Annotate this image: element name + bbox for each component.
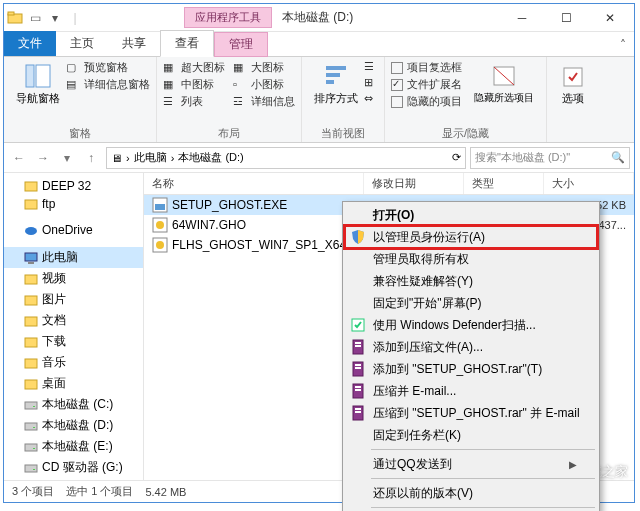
col-size[interactable]: 大小 bbox=[544, 173, 634, 194]
svg-point-36 bbox=[156, 241, 164, 249]
hide-selected-button[interactable]: 隐藏所选项目 bbox=[468, 59, 540, 110]
tree-item[interactable]: OneDrive bbox=[4, 221, 143, 239]
menu-item[interactable]: 添加到 "SETUP_GHOST.rar"(T) bbox=[345, 358, 597, 380]
tree-item[interactable]: 下载 bbox=[4, 331, 143, 352]
menu-item-label: 压缩并 E-mail... bbox=[373, 383, 456, 400]
menu-item[interactable]: 通过QQ发送到▶ bbox=[345, 453, 597, 475]
layout-details[interactable]: ☲详细信息 bbox=[233, 93, 295, 110]
menu-item-label: 固定到"开始"屏幕(P) bbox=[373, 295, 482, 312]
nav-tree[interactable]: DEEP 32ftpOneDrive此电脑视频图片文档下载音乐桌面本地磁盘 (C… bbox=[4, 173, 144, 480]
menu-item[interactable]: 管理员取得所有权 bbox=[345, 248, 597, 270]
tree-item[interactable]: DEEP 32 bbox=[4, 177, 143, 195]
tree-item[interactable]: ftp bbox=[4, 195, 143, 213]
ribbon-tab-view[interactable]: 查看 bbox=[160, 30, 214, 57]
svg-rect-13 bbox=[25, 253, 37, 261]
svg-rect-19 bbox=[25, 359, 37, 368]
svg-rect-42 bbox=[355, 364, 361, 366]
menu-item[interactable]: 兼容性疑难解答(Y) bbox=[345, 270, 597, 292]
ribbon-collapse-icon[interactable]: ˄ bbox=[612, 34, 634, 56]
svg-rect-4 bbox=[326, 66, 346, 70]
tree-item[interactable]: 本地磁盘 (D:) bbox=[4, 415, 143, 436]
menu-item-label: 兼容性疑难解答(Y) bbox=[373, 273, 473, 290]
file-extensions[interactable]: 文件扩展名 bbox=[391, 76, 462, 93]
layout-large-icons[interactable]: ▦大图标 bbox=[233, 59, 295, 76]
svg-rect-27 bbox=[25, 465, 37, 472]
search-input[interactable]: 搜索"本地磁盘 (D:)" 🔍 bbox=[470, 147, 630, 169]
tree-item[interactable]: 图片 bbox=[4, 289, 143, 310]
col-type[interactable]: 类型 bbox=[464, 173, 544, 194]
layout-medium-icons[interactable]: ▦中图标 bbox=[163, 76, 225, 93]
ribbon-file[interactable]: 文件 bbox=[4, 31, 56, 56]
rar-icon bbox=[349, 338, 367, 356]
layout-xl-icons[interactable]: ▦超大图标 bbox=[163, 59, 225, 76]
tree-item[interactable]: 桌面 bbox=[4, 373, 143, 394]
tree-item[interactable]: 本地磁盘 (C:) bbox=[4, 394, 143, 415]
group-by-button[interactable]: ☰ bbox=[364, 59, 378, 75]
menu-item[interactable]: 固定到"开始"屏幕(P) bbox=[345, 292, 597, 314]
sort-button[interactable]: 排序方式 bbox=[308, 59, 364, 107]
tree-item[interactable]: 音乐 bbox=[4, 352, 143, 373]
col-date[interactable]: 修改日期 bbox=[364, 173, 464, 194]
tree-item[interactable]: 文档 bbox=[4, 310, 143, 331]
ribbon-tab-manage[interactable]: 管理 bbox=[214, 32, 268, 57]
menu-item[interactable]: 以管理员身份运行(A) bbox=[345, 226, 597, 248]
ribbon-tab-share[interactable]: 共享 bbox=[108, 31, 160, 56]
up-button[interactable]: ↑ bbox=[80, 147, 102, 169]
preview-pane-button[interactable]: ▢预览窗格 bbox=[66, 59, 150, 76]
ribbon-tab-home[interactable]: 主页 bbox=[56, 31, 108, 56]
submenu-arrow-icon: ▶ bbox=[569, 459, 577, 470]
menu-separator bbox=[371, 478, 595, 479]
add-cols-button[interactable]: ⊞ bbox=[364, 75, 378, 91]
item-checkboxes[interactable]: 项目复选框 bbox=[391, 59, 462, 76]
qat-properties-icon[interactable]: ▭ bbox=[26, 9, 44, 27]
layout-list[interactable]: ☰列表 bbox=[163, 93, 225, 110]
group-label-show: 显示/隐藏 bbox=[391, 126, 540, 142]
menu-item[interactable]: 打开(O) bbox=[345, 204, 597, 226]
breadcrumb-location[interactable]: 本地磁盘 (D:) bbox=[178, 150, 243, 165]
menu-item[interactable]: 还原以前的版本(V) bbox=[345, 482, 597, 504]
history-dropdown[interactable]: ▾ bbox=[56, 147, 78, 169]
svg-rect-48 bbox=[355, 408, 361, 410]
menu-item[interactable]: 使用 Windows Defender扫描... bbox=[345, 314, 597, 336]
context-menu[interactable]: 打开(O)以管理员身份运行(A)管理员取得所有权兼容性疑难解答(Y)固定到"开始… bbox=[342, 201, 600, 511]
folder-icon bbox=[6, 9, 24, 27]
close-button[interactable]: ✕ bbox=[588, 4, 632, 32]
group-label-layout: 布局 bbox=[163, 126, 295, 142]
layout-small-icons[interactable]: ▫小图标 bbox=[233, 76, 295, 93]
maximize-button[interactable]: ☐ bbox=[544, 4, 588, 32]
details-pane-button[interactable]: ▤详细信息窗格 bbox=[66, 76, 150, 93]
svg-rect-10 bbox=[25, 182, 37, 191]
qat-dropdown-icon[interactable]: ▾ bbox=[46, 9, 64, 27]
menu-item[interactable]: 固定到任务栏(K) bbox=[345, 424, 597, 446]
tree-item[interactable]: 此电脑 bbox=[4, 247, 143, 268]
svg-rect-45 bbox=[355, 386, 361, 388]
refresh-icon[interactable]: ⟳ bbox=[452, 151, 461, 164]
menu-item[interactable]: 添加到压缩文件(A)... bbox=[345, 336, 597, 358]
back-button[interactable]: ← bbox=[8, 147, 30, 169]
menu-item-label: 添加到 "SETUP_GHOST.rar"(T) bbox=[373, 361, 542, 378]
tree-item[interactable]: 视频 bbox=[4, 268, 143, 289]
menu-item[interactable]: 压缩到 "SETUP_GHOST.rar" 并 E-mail bbox=[345, 402, 597, 424]
address-bar: ← → ▾ ↑ 🖥 › 此电脑 › 本地磁盘 (D:) ⟳ 搜索"本地磁盘 (D… bbox=[4, 143, 634, 173]
nav-pane-button[interactable]: 导航窗格 bbox=[10, 59, 66, 106]
forward-button[interactable]: → bbox=[32, 147, 54, 169]
tree-item[interactable]: CD 驱动器 (G:) bbox=[4, 457, 143, 478]
tree-item[interactable]: 本地磁盘 (E:) bbox=[4, 436, 143, 457]
hidden-items[interactable]: 隐藏的项目 bbox=[391, 93, 462, 110]
options-button[interactable]: 选项 bbox=[553, 59, 593, 106]
title-bar: ▭ ▾ | 应用程序工具 本地磁盘 (D:) ─ ☐ ✕ bbox=[4, 4, 634, 32]
context-tab-app-tools[interactable]: 应用程序工具 bbox=[184, 7, 272, 28]
breadcrumb-root[interactable]: 此电脑 bbox=[134, 150, 167, 165]
column-headers[interactable]: 名称 修改日期 类型 大小 bbox=[144, 173, 634, 195]
svg-rect-40 bbox=[355, 345, 361, 347]
svg-rect-5 bbox=[326, 73, 340, 77]
menu-item[interactable]: 压缩并 E-mail... bbox=[345, 380, 597, 402]
status-size: 5.42 MB bbox=[145, 486, 186, 498]
col-name[interactable]: 名称 bbox=[144, 173, 364, 194]
menu-item-label: 打开(O) bbox=[373, 207, 414, 224]
minimize-button[interactable]: ─ bbox=[500, 4, 544, 32]
svg-rect-3 bbox=[36, 65, 50, 87]
breadcrumb[interactable]: 🖥 › 此电脑 › 本地磁盘 (D:) ⟳ bbox=[106, 147, 466, 169]
rar-icon bbox=[349, 360, 367, 378]
fit-cols-button[interactable]: ⇔ bbox=[364, 91, 378, 107]
